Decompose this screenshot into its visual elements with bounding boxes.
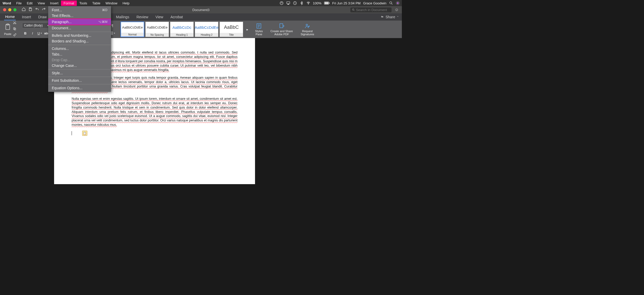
menu-columns[interactable]: Columns... xyxy=(48,46,111,51)
format-menu-dropdown: Font...⌘D Text Effects... Paragraph...⌥⌘… xyxy=(48,6,111,92)
menu-document[interactable]: Document... xyxy=(48,25,111,31)
menu-text-effects[interactable]: Text Effects... xyxy=(48,13,111,19)
svg-point-14 xyxy=(352,9,354,10)
paragraph-3: Nulla egestas sem et enim egestas sagitt… xyxy=(72,97,238,127)
paste-icon[interactable] xyxy=(4,23,11,32)
paste-options-icon[interactable]: 📋 xyxy=(82,131,87,136)
cursor-line: 📋 xyxy=(72,131,238,136)
underline-button[interactable]: U xyxy=(37,30,43,36)
user-name[interactable]: Grace Goodwin xyxy=(363,1,386,5)
share-label: Share xyxy=(386,15,395,19)
svg-point-0 xyxy=(280,2,283,5)
tab-home[interactable]: Home xyxy=(4,14,16,20)
menu-bullets-numbering[interactable]: Bullets and Numbering... xyxy=(48,33,111,38)
menu-equation-options[interactable]: Equation Options... xyxy=(48,85,111,91)
menu-borders-shading[interactable]: Borders and Shading... xyxy=(48,38,111,44)
menu-edit[interactable]: Edit xyxy=(24,1,35,6)
siri-icon[interactable] xyxy=(396,1,400,5)
tab-insert[interactable]: Insert xyxy=(21,14,32,20)
time-machine-icon[interactable] xyxy=(293,1,297,5)
mac-menubar: Word File Edit View Insert Format Tools … xyxy=(0,0,402,6)
menu-help[interactable]: Help xyxy=(120,1,132,6)
menu-file[interactable]: File xyxy=(14,1,24,6)
save-icon[interactable] xyxy=(28,7,32,12)
menu-window[interactable]: Window xyxy=(103,1,120,6)
svg-rect-5 xyxy=(325,2,328,4)
svg-rect-32 xyxy=(280,24,283,28)
menu-paragraph[interactable]: Paragraph...⌥⌘M xyxy=(48,19,111,25)
text-cursor xyxy=(72,131,72,135)
styles-more-button[interactable]: ▸ xyxy=(244,26,250,32)
tab-review[interactable]: Review xyxy=(135,14,149,20)
bluetooth-icon[interactable] xyxy=(300,1,304,5)
creative-cloud-icon[interactable] xyxy=(279,1,284,5)
menu-change-case[interactable]: Change Case... xyxy=(48,63,111,68)
svg-rect-6 xyxy=(329,3,329,4)
tab-acrobat[interactable]: Acrobat xyxy=(170,14,184,20)
search-box[interactable] xyxy=(350,7,392,12)
style-normal[interactable]: AaBbCcDdEe Normal xyxy=(121,22,144,37)
datetime[interactable]: Fri Jun 25 3:04 PM xyxy=(332,1,361,5)
svg-rect-10 xyxy=(30,8,31,8)
tab-mailings[interactable]: Mailings xyxy=(115,14,130,20)
app-name: Word xyxy=(0,1,14,5)
menu-style[interactable]: Style... xyxy=(48,70,111,76)
share-button[interactable]: Share ⌃ xyxy=(380,15,399,19)
svg-point-33 xyxy=(306,24,308,26)
italic-button[interactable]: I xyxy=(29,30,36,36)
svg-point-7 xyxy=(390,2,392,4)
undo-icon[interactable] xyxy=(35,7,39,12)
style-no-spacing[interactable]: AaBbCcDdEe No Spacing xyxy=(145,22,169,37)
menu-font[interactable]: Font...⌘D xyxy=(48,7,111,13)
battery-text: 100% xyxy=(313,1,321,5)
search-input[interactable] xyxy=(356,8,387,12)
window-close-button[interactable] xyxy=(3,8,6,11)
bold-button[interactable]: B xyxy=(22,30,28,36)
style-heading2[interactable]: AaBbCcDdEe Heading 2 xyxy=(195,22,218,37)
copy-icon[interactable] xyxy=(13,27,16,32)
font-name-select[interactable]: Calibri (Body)▾ xyxy=(22,23,50,28)
window-minimize-button[interactable] xyxy=(8,8,11,11)
format-painter-icon[interactable] xyxy=(13,33,16,38)
window-zoom-button[interactable] xyxy=(13,8,16,11)
menu-table[interactable]: Table xyxy=(90,1,103,6)
feedback-icon[interactable]: ☺ xyxy=(395,7,399,12)
menu-format[interactable]: Format xyxy=(61,1,77,6)
menu-insert[interactable]: Insert xyxy=(47,1,61,6)
svg-rect-17 xyxy=(7,24,9,25)
menu-view[interactable]: View xyxy=(35,1,47,6)
cut-icon[interactable] xyxy=(13,21,16,25)
menu-font-substitution[interactable]: Font Substitution... xyxy=(48,78,111,83)
document-title: Document3 xyxy=(192,8,209,12)
battery-icon[interactable] xyxy=(324,2,330,5)
style-heading1[interactable]: AaBbCcDc Heading 1 xyxy=(170,22,194,37)
menu-drop-cap: Drop Cap... xyxy=(48,57,111,63)
menu-tabs[interactable]: Tabs... xyxy=(48,51,111,57)
home-icon[interactable] xyxy=(22,7,26,12)
request-signatures-button[interactable]: Request Signatures xyxy=(298,22,317,37)
create-adobe-pdf-button[interactable]: Create and Share Adobe PDF xyxy=(267,22,296,37)
tab-view[interactable]: View xyxy=(155,14,164,20)
redo-icon[interactable] xyxy=(42,7,46,12)
spotlight-icon[interactable] xyxy=(389,1,393,5)
tab-draw[interactable]: Draw xyxy=(37,14,48,20)
airplay-icon[interactable] xyxy=(286,1,290,5)
menu-tools[interactable]: Tools xyxy=(77,1,90,6)
paste-label: Paste xyxy=(4,32,11,35)
svg-point-9 xyxy=(397,2,399,4)
styles-pane-button[interactable]: Styles Pane xyxy=(252,22,266,37)
svg-point-3 xyxy=(308,4,309,4)
wifi-icon[interactable] xyxy=(306,1,310,5)
style-title[interactable]: AaBbC Title xyxy=(219,22,243,37)
styles-gallery: AaBbCcDdEe Normal AaBbCcDdEe No Spacing … xyxy=(121,22,250,37)
